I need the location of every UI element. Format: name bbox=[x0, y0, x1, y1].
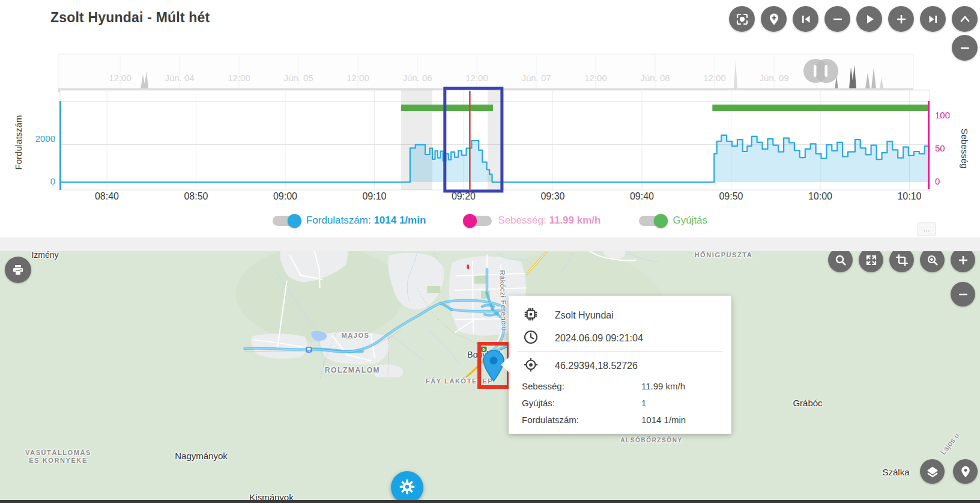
y-axis-title-left: Fordulatszám bbox=[13, 115, 23, 170]
play-button[interactable] bbox=[856, 6, 882, 32]
card-timestamp: 2024.06.09 09:21:04 bbox=[555, 333, 643, 344]
svg-text:12:00: 12:00 bbox=[228, 73, 250, 83]
card-ignition-label: Gyújtás: bbox=[522, 398, 641, 408]
legend-label-rpm: Fordulatszám: 1014 1/min bbox=[306, 215, 426, 227]
minus-icon bbox=[830, 12, 845, 26]
add-location-button[interactable] bbox=[761, 6, 787, 32]
legend-toggle-rpm[interactable]: Fordulatszám: 1014 1/min bbox=[273, 215, 426, 227]
panel-minus-button[interactable] bbox=[952, 35, 978, 61]
card-speed-value: 11.99 km/h bbox=[641, 381, 685, 391]
fullscreen-icon bbox=[864, 253, 879, 267]
svg-text:Jún. 04: Jún. 04 bbox=[165, 73, 194, 83]
map-settings-fab[interactable] bbox=[391, 471, 423, 503]
map-label-majos: MAJOS bbox=[341, 332, 369, 339]
map-fullscreen-button[interactable] bbox=[859, 251, 883, 272]
map-bottom-toolbar bbox=[920, 459, 978, 484]
svg-text:12:00: 12:00 bbox=[346, 73, 369, 83]
event-tick bbox=[467, 265, 469, 269]
chart-toolbar bbox=[729, 6, 978, 32]
card-ignition-value: 1 bbox=[641, 398, 646, 408]
legend-label-ignition: Gyújtás bbox=[673, 215, 707, 227]
gear-icon bbox=[398, 478, 416, 498]
legend-label-speed: Sebesség: 11.99 km/h bbox=[498, 215, 600, 227]
svg-text:Jún. 07: Jún. 07 bbox=[521, 73, 551, 83]
chart-canvas[interactable]: 12:00Jún. 0412:00Jún. 0512:00Jún. 0612:0… bbox=[0, 0, 980, 237]
chart-panel: Zsolt Hyundai - Múlt hét bbox=[0, 0, 980, 238]
gps-target-icon bbox=[522, 356, 540, 376]
skip-next-icon bbox=[926, 12, 940, 26]
svg-text:2000: 2000 bbox=[35, 133, 55, 144]
map-toolbar bbox=[828, 251, 975, 272]
plus-icon bbox=[894, 12, 909, 26]
map-panel: 6 Izmény HŐNIGPUSZTA MAJOS ROLZMALOM Bon… bbox=[0, 251, 980, 503]
zoom-out-time-button[interactable] bbox=[824, 6, 850, 32]
svg-text:10:00: 10:00 bbox=[808, 191, 832, 201]
svg-text:12:00: 12:00 bbox=[703, 73, 726, 83]
svg-text:Jún. 06: Jún. 06 bbox=[402, 73, 432, 83]
card-vehicle-name: Zsolt Hyundai bbox=[555, 310, 614, 321]
card-coordinates: 46.29394,18.52726 bbox=[555, 361, 638, 371]
map-crop-button[interactable] bbox=[889, 251, 914, 272]
svg-text:50: 50 bbox=[935, 143, 945, 153]
plus-icon bbox=[956, 253, 970, 267]
skip-previous-button[interactable] bbox=[793, 6, 818, 32]
map-layers-button[interactable] bbox=[920, 459, 945, 484]
bottom-bar bbox=[0, 500, 980, 503]
focus-track-button[interactable] bbox=[729, 6, 755, 32]
map-label-alsoborzsony: ALSÓBÖRZSÖNY bbox=[620, 437, 683, 444]
svg-text:08:40: 08:40 bbox=[95, 191, 119, 201]
svg-text:10:10: 10:10 bbox=[897, 191, 921, 201]
svg-text:08:50: 08:50 bbox=[184, 191, 208, 201]
svg-text:Jún. 05: Jún. 05 bbox=[283, 73, 313, 83]
chip-icon bbox=[522, 305, 540, 326]
add-location-icon bbox=[767, 12, 781, 26]
minus-icon bbox=[958, 41, 972, 55]
svg-text:12:00: 12:00 bbox=[465, 73, 488, 83]
svg-text:100: 100 bbox=[935, 110, 950, 120]
map-label-szalka: Szálka bbox=[882, 467, 909, 477]
card-rpm-label: Fordulatszám: bbox=[522, 415, 641, 425]
map-locate-button[interactable] bbox=[953, 459, 978, 484]
minus-icon bbox=[956, 287, 970, 302]
map-zoom-in-button[interactable] bbox=[951, 251, 975, 272]
card-arrow bbox=[501, 358, 509, 372]
card-divider bbox=[517, 351, 723, 352]
chart-legend: Fordulatszám: 1014 1/min Sebesség: 11.99… bbox=[0, 210, 980, 231]
svg-text:Jún. 09: Jún. 09 bbox=[759, 73, 788, 83]
svg-text:09:00: 09:00 bbox=[273, 191, 297, 201]
svg-text:09:50: 09:50 bbox=[719, 191, 743, 201]
y-axis-title-right: Sebesség bbox=[960, 129, 970, 169]
focus-icon bbox=[735, 12, 749, 26]
svg-text:09:30: 09:30 bbox=[540, 191, 564, 201]
legend-toggle-ignition[interactable]: Gyújtás bbox=[639, 215, 707, 227]
svg-text:12:00: 12:00 bbox=[584, 73, 607, 83]
card-rpm-value: 1014 1/min bbox=[641, 415, 686, 425]
clock-icon bbox=[522, 328, 540, 349]
map-zoom-search-button[interactable] bbox=[920, 251, 945, 272]
svg-text:Jún. 08: Jún. 08 bbox=[640, 73, 670, 83]
speed-toggle-switch[interactable] bbox=[464, 216, 492, 226]
card-speed-label: Sebesség: bbox=[522, 381, 641, 391]
print-button[interactable] bbox=[5, 257, 31, 283]
vehicle-info-card: Zsolt Hyundai 2024.06.09 09:21:04 46.293… bbox=[509, 296, 731, 434]
print-icon bbox=[11, 263, 25, 277]
map-search-button[interactable] bbox=[828, 251, 853, 272]
skip-next-button[interactable] bbox=[920, 6, 946, 32]
svg-text:09:20: 09:20 bbox=[452, 191, 476, 201]
map-label-izmeny: Izmény bbox=[31, 251, 58, 260]
zoom-in-time-button[interactable] bbox=[888, 6, 914, 32]
crop-icon bbox=[895, 253, 909, 267]
map-label-vasutallomas: VASÚTÁLLOMÁS ÉS KÖRNYÉKE bbox=[25, 449, 91, 465]
map-zoom-out-button[interactable] bbox=[951, 282, 975, 306]
rpm-toggle-switch[interactable] bbox=[273, 216, 300, 226]
zoom-search-icon bbox=[925, 253, 940, 267]
locate-icon bbox=[958, 465, 973, 479]
map-label-grabo: Grábóc bbox=[793, 398, 822, 408]
play-icon bbox=[862, 12, 877, 26]
svg-text:12:00: 12:00 bbox=[109, 73, 132, 83]
chevron-up-icon bbox=[958, 12, 972, 26]
legend-toggle-speed[interactable]: Sebesség: 11.99 km/h bbox=[464, 215, 600, 227]
collapse-panel-button[interactable] bbox=[952, 6, 978, 32]
search-icon bbox=[833, 253, 848, 267]
ignition-toggle-switch[interactable] bbox=[639, 216, 667, 226]
